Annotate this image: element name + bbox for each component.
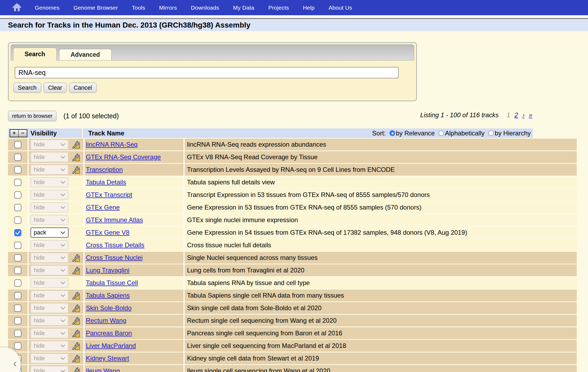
wrench-icon[interactable]: [72, 354, 80, 363]
row-description-cell: Single Nuclei sequenced across many tiss…: [185, 252, 577, 264]
track-link[interactable]: Rectum Wang: [86, 317, 126, 324]
row-checkbox[interactable]: [14, 229, 21, 236]
row-checkbox[interactable]: [14, 305, 21, 312]
page-last-link[interactable]: »: [529, 111, 532, 119]
visibility-select[interactable]: hide: [30, 152, 68, 162]
row-checkbox[interactable]: [14, 166, 21, 173]
row-checkbox[interactable]: [14, 242, 21, 249]
visibility-select[interactable]: hide: [30, 366, 68, 372]
wrench-icon[interactable]: [72, 291, 80, 300]
sort-by-relevance[interactable]: by Relevance: [390, 130, 435, 137]
track-link[interactable]: Pancreas Baron: [86, 329, 132, 337]
chevron-down-icon: [60, 156, 65, 159]
track-link[interactable]: Kidney Stewart: [86, 355, 129, 362]
radio-alphabetically[interactable]: [438, 130, 444, 136]
expand-all-button[interactable]: +: [10, 130, 18, 137]
page-number-2[interactable]: 2: [514, 111, 518, 119]
table-row: hide GTEx Transcript Transcript Expressi…: [8, 189, 576, 201]
visibility-select[interactable]: hide: [30, 202, 68, 212]
row-checkbox[interactable]: [14, 141, 21, 148]
track-link[interactable]: GTEx RNA-Seq Coverage: [86, 153, 161, 161]
track-link[interactable]: Liver MacParland: [86, 342, 136, 350]
track-link[interactable]: Cross Tissue Nuclei: [86, 254, 143, 261]
row-checkbox[interactable]: [14, 330, 21, 337]
sort-by-hierarchy[interactable]: by Hierarchy: [488, 130, 531, 137]
nav-item-genomes[interactable]: Genomes: [35, 5, 59, 11]
cancel-button[interactable]: Cancel: [69, 83, 96, 93]
track-link[interactable]: Tabula Details: [86, 179, 126, 186]
nav-item-my-data[interactable]: My Data: [233, 5, 254, 11]
tab-search[interactable]: Search: [13, 48, 57, 60]
nav-item-downloads[interactable]: Downloads: [191, 5, 219, 11]
visibility-select[interactable]: hide: [30, 265, 68, 275]
row-checkbox[interactable]: [14, 154, 21, 161]
radio-by-relevance[interactable]: [390, 130, 395, 136]
nav-item-genome-browser[interactable]: Genome Browser: [73, 5, 118, 11]
wrench-icon[interactable]: [72, 254, 80, 262]
track-link[interactable]: Skin Sole-Boldo: [86, 304, 132, 312]
clear-button[interactable]: Clear: [44, 83, 67, 93]
track-link[interactable]: GTEx Gene V8: [86, 229, 129, 236]
collapse-all-button[interactable]: −: [18, 130, 27, 137]
track-link[interactable]: Tabula Tissue Cell: [86, 279, 138, 287]
sort-alphabetically[interactable]: Alphabetically: [438, 130, 484, 137]
track-link[interactable]: Transcription: [86, 166, 123, 173]
track-link[interactable]: GTEx Transcript: [86, 191, 132, 199]
wrench-icon[interactable]: [72, 304, 80, 312]
nav-item-mirrors[interactable]: Mirrors: [159, 5, 177, 11]
visibility-select[interactable]: hide: [30, 253, 68, 263]
visibility-select[interactable]: hide: [30, 341, 68, 351]
track-link[interactable]: Cross Tissue Details: [86, 241, 144, 249]
radio-by-hierarchy[interactable]: [488, 130, 494, 136]
wrench-icon[interactable]: [72, 329, 80, 337]
nav-item-about-us[interactable]: About Us: [329, 5, 352, 11]
track-link[interactable]: Lung Travaglini: [86, 267, 129, 274]
return-to-browser-button[interactable]: return to browser: [8, 111, 56, 121]
wrench-icon[interactable]: [72, 317, 80, 325]
visibility-select[interactable]: hide: [30, 290, 68, 301]
row-checkbox[interactable]: [14, 317, 21, 324]
visibility-select[interactable]: hide: [30, 303, 68, 313]
nav-item-tools[interactable]: Tools: [132, 5, 145, 11]
visibility-select[interactable]: hide: [30, 215, 68, 225]
row-checkbox[interactable]: [14, 292, 21, 299]
row-description-cell: Cross tissue nuclei full details: [185, 239, 577, 251]
visibility-select[interactable]: hide: [30, 190, 68, 200]
visibility-select[interactable]: hide: [30, 278, 68, 288]
wrench-icon[interactable]: [72, 166, 80, 174]
visibility-select[interactable]: hide: [30, 165, 68, 175]
track-link[interactable]: Tabula Sapiens: [86, 292, 130, 299]
page-next-link[interactable]: ›: [522, 111, 525, 119]
track-description: Kidney single cell data from Stewart et …: [187, 355, 319, 362]
tab-advanced[interactable]: Advanced: [59, 49, 112, 60]
track-link[interactable]: lincRNA RNA-Seq: [86, 141, 138, 148]
row-checkbox[interactable]: [14, 191, 21, 199]
wrench-icon[interactable]: [72, 141, 80, 149]
visibility-select[interactable]: hide: [30, 328, 68, 338]
row-checkbox[interactable]: [14, 204, 21, 211]
track-link[interactable]: GTEx Gene: [86, 204, 120, 211]
row-checkbox[interactable]: [14, 217, 21, 224]
nav-item-projects[interactable]: Projects: [268, 5, 289, 11]
row-checkbox[interactable]: [14, 267, 21, 274]
nav-item-help[interactable]: Help: [303, 5, 315, 11]
wrench-icon[interactable]: [72, 153, 80, 161]
home-icon[interactable]: [12, 3, 22, 13]
row-checkbox[interactable]: [14, 254, 21, 261]
wrench-icon[interactable]: [72, 367, 80, 372]
track-link[interactable]: GTEx Immune Atlas: [86, 216, 143, 224]
search-button[interactable]: Search: [13, 83, 41, 93]
search-input[interactable]: [15, 67, 399, 78]
track-link[interactable]: Ileum Wang: [86, 367, 120, 372]
visibility-select[interactable]: hide: [30, 316, 68, 326]
visibility-select[interactable]: hide: [30, 177, 68, 187]
visibility-select[interactable]: pack: [30, 227, 68, 238]
row-checkbox[interactable]: [14, 279, 21, 287]
row-checkbox[interactable]: [14, 342, 21, 350]
visibility-select[interactable]: hide: [30, 353, 68, 363]
visibility-select[interactable]: hide: [30, 240, 68, 250]
wrench-icon[interactable]: [72, 342, 80, 350]
wrench-icon[interactable]: [72, 266, 80, 275]
row-checkbox[interactable]: [14, 179, 21, 186]
visibility-select[interactable]: hide: [30, 139, 68, 150]
